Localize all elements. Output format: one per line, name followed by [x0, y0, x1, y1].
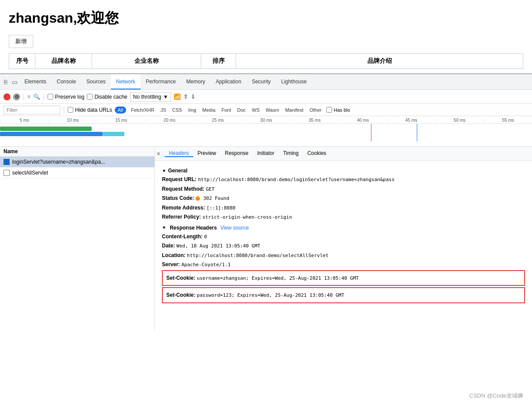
- request-name: loginServlet?username=zhangsan&pa...: [12, 159, 105, 165]
- location-key: Location:: [162, 252, 185, 258]
- filter-type-img[interactable]: Img: [186, 107, 198, 113]
- request-url-key: Request URL:: [162, 176, 196, 182]
- toolbar-sep-2: [44, 93, 44, 100]
- devtools-tab-performance[interactable]: Performance: [141, 74, 181, 89]
- request-url-val: http://localhost:8080/brand-demo/loginSe…: [198, 177, 395, 182]
- set-cookie-1-row: Set-Cookie: username=zhangsan; Expires=W…: [166, 274, 521, 282]
- col-sort: 排序: [201, 54, 236, 69]
- request-method-val: GET: [206, 186, 215, 192]
- details-tab-cookies[interactable]: Cookies: [303, 150, 330, 156]
- details-panel: × HeadersPreviewResponseInitiatorTimingC…: [155, 147, 532, 330]
- filter-type-other[interactable]: Other: [307, 107, 324, 113]
- filter-type-ws[interactable]: WS: [250, 107, 262, 113]
- has-blo-input[interactable]: [326, 107, 332, 113]
- devtools-network-toolbar: ⊘ ▿ 🔍 Preserve log Disable cache No thro…: [0, 90, 532, 104]
- filter-type-doc[interactable]: Doc: [235, 107, 248, 113]
- request-file-icon: [3, 159, 10, 165]
- details-tab-preview[interactable]: Preview: [193, 150, 221, 156]
- device-icon[interactable]: ▭: [10, 78, 18, 86]
- preserve-log-checkbox[interactable]: Preserve log: [48, 94, 84, 100]
- request-url-row: Request URL: http://localhost:8080/brand…: [162, 175, 525, 184]
- requests-list: loginServlet?username=zhangsan&pa...sele…: [0, 157, 154, 178]
- search-icon[interactable]: 🔍: [33, 93, 40, 100]
- filter-type-media[interactable]: Media: [200, 107, 218, 113]
- devtools-tab-memory[interactable]: Memory: [181, 74, 210, 89]
- record-icon[interactable]: [3, 93, 10, 100]
- remote-address-val: [::1]:8080: [206, 205, 235, 211]
- filter-sep: [64, 106, 64, 113]
- add-button[interactable]: 新增: [9, 35, 33, 48]
- location-row: Location: http://localhost:8080/brand-de…: [162, 251, 525, 260]
- devtools-tab-security[interactable]: Security: [247, 74, 276, 89]
- request-name: selectAllServlet: [12, 170, 48, 176]
- filter-all-button[interactable]: All: [115, 106, 126, 113]
- details-close-icon[interactable]: ×: [157, 150, 160, 157]
- network-main: Name loginServlet?username=zhangsan&pa..…: [0, 147, 532, 330]
- details-tab-timing[interactable]: Timing: [279, 150, 303, 156]
- filter-type-fetch/xhr[interactable]: Fetch/XHR: [129, 107, 157, 113]
- date-row: Date: Wed, 18 Aug 2021 13:05:40 GMT: [162, 242, 525, 250]
- details-tab-initiator[interactable]: Initiator: [253, 150, 278, 156]
- timeline-mark: 45 ms: [387, 118, 436, 123]
- has-blo-checkbox[interactable]: Has blo: [326, 107, 350, 113]
- hide-data-urls-checkbox[interactable]: Hide data URLs: [68, 107, 112, 113]
- devtools-tab-application[interactable]: Application: [210, 74, 247, 89]
- timeline-mark: 50 ms: [435, 118, 484, 123]
- devtools-tab-console[interactable]: Console: [51, 74, 81, 89]
- view-source-link[interactable]: View source: [220, 225, 249, 231]
- timeline-mark: 15 ms: [97, 118, 145, 123]
- details-tab-response[interactable]: Response: [220, 150, 253, 156]
- content-length-key: Content-Length:: [162, 233, 203, 240]
- timeline-mark: 55 ms: [484, 118, 532, 123]
- preserve-log-input[interactable]: [48, 94, 53, 100]
- wifi-icon[interactable]: 📶: [174, 93, 181, 100]
- devtools-panel: ⎘ ▭ ElementsConsoleSourcesNetworkPerform…: [0, 73, 532, 330]
- clear-icon[interactable]: ⊘: [13, 93, 20, 100]
- filter-type-js[interactable]: JS: [158, 107, 168, 113]
- request-row-login[interactable]: loginServlet?username=zhangsan&pa...: [0, 157, 154, 168]
- throttling-dropdown[interactable]: No throttling ▼: [130, 92, 172, 102]
- name-column-header: Name: [3, 148, 18, 154]
- details-tab-headers[interactable]: Headers: [165, 150, 193, 157]
- set-cookie-1-box: Set-Cookie: username=zhangsan; Expires=W…: [162, 270, 525, 286]
- filter-type-font[interactable]: Font: [220, 107, 233, 113]
- filter-type-manifest[interactable]: Manifest: [283, 107, 306, 113]
- upload-icon[interactable]: ⇧: [183, 93, 188, 100]
- filter-input[interactable]: [3, 106, 60, 114]
- date-val: Wed, 18 Aug 2021 13:05:40 GMT: [176, 243, 260, 249]
- preserve-log-label: Preserve log: [55, 94, 84, 100]
- set-cookie-2-box: Set-Cookie: password=123; Expires=Wed, 2…: [162, 287, 525, 303]
- server-row: Server: Apache-Coyote/1.1: [162, 261, 525, 269]
- request-row-select[interactable]: selectAllServlet: [0, 168, 154, 178]
- referrer-policy-val: strict-origin-when-cross-origin: [203, 214, 292, 220]
- status-code-val: 302 Found: [203, 196, 230, 201]
- devtools-tab-lighthouse[interactable]: Lighthouse: [276, 74, 312, 89]
- inspect-icon[interactable]: ⎘: [2, 78, 10, 86]
- timeline-mark: 35 ms: [290, 118, 339, 123]
- set-cookie-2-row: Set-Cookie: password=123; Expires=Wed, 2…: [166, 291, 521, 299]
- timeline-mark: 10 ms: [48, 118, 97, 123]
- devtools-tab-elements[interactable]: Elements: [19, 74, 51, 89]
- filter-icon[interactable]: ▿: [27, 93, 31, 100]
- table-header-row: 序号 品牌名称 企业名称 排序 品牌介绍: [9, 54, 523, 69]
- hide-data-urls-input[interactable]: [68, 107, 73, 113]
- general-section-header: General: [162, 168, 525, 174]
- timeline-red-line: [371, 124, 371, 141]
- col-brand-intro: 品牌介绍: [236, 54, 523, 69]
- disable-cache-input[interactable]: [87, 94, 93, 100]
- status-dot-icon: [196, 196, 200, 201]
- date-key: Date:: [162, 243, 175, 249]
- disable-cache-checkbox[interactable]: Disable cache: [87, 94, 127, 100]
- filter-type-css[interactable]: CSS: [170, 107, 185, 113]
- filter-type-wasm[interactable]: Wasm: [264, 107, 281, 113]
- devtools-tab-network[interactable]: Network: [111, 74, 141, 89]
- timeline-mark: 25 ms: [193, 118, 242, 123]
- devtools-tab-sources[interactable]: Sources: [81, 74, 111, 89]
- download-icon[interactable]: ⇩: [191, 93, 196, 100]
- details-tabs: × HeadersPreviewResponseInitiatorTimingC…: [155, 147, 532, 161]
- filter-types: Fetch/XHRJSCSSImgMediaFontDocWSWasmManif…: [129, 107, 324, 113]
- details-tabs-list: HeadersPreviewResponseInitiatorTimingCoo…: [165, 150, 330, 157]
- has-blo-label: Has blo: [334, 107, 350, 113]
- server-key: Server:: [162, 261, 180, 268]
- request-method-row: Request Method: GET: [162, 185, 525, 193]
